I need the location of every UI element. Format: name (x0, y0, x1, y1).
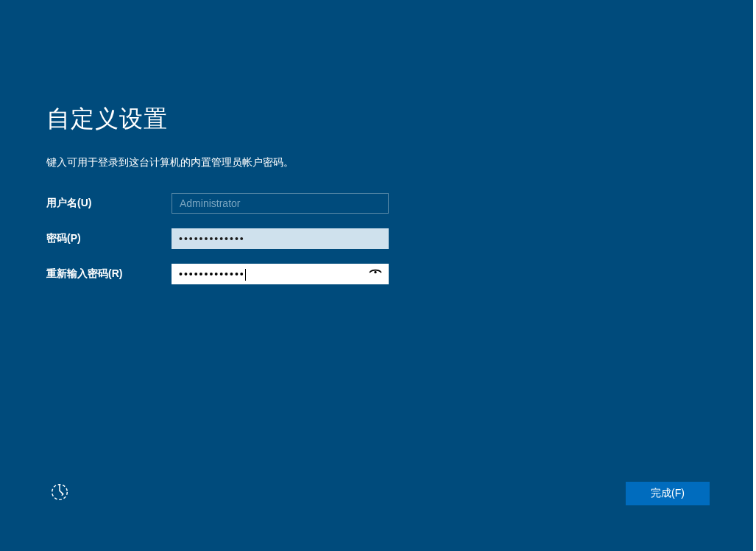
password-row: 密码(P) ••••••••••••• (46, 228, 756, 249)
reveal-password-button[interactable] (368, 267, 383, 281)
ease-of-access-button[interactable] (46, 480, 73, 507)
password-input-wrap: ••••••••••••• (172, 228, 389, 249)
ease-of-access-icon (49, 481, 71, 506)
window-right-edge (753, 0, 756, 551)
text-cursor (245, 269, 246, 281)
username-input-wrap: Administrator (172, 193, 389, 214)
username-field: Administrator (172, 193, 389, 214)
page-subtitle: 键入可用于登录到这台计算机的内置管理员帐户密码。 (46, 156, 756, 169)
confirm-password-input-wrap: ••••••••••••• (172, 264, 389, 284)
page-title: 自定义设置 (46, 103, 756, 136)
setup-container: 自定义设置 键入可用于登录到这台计算机的内置管理员帐户密码。 用户名(U) Ad… (0, 0, 756, 284)
confirm-password-mask: ••••••••••••• (179, 268, 245, 280)
username-row: 用户名(U) Administrator (46, 193, 756, 214)
footer: 完成(F) (0, 480, 756, 507)
password-field[interactable]: ••••••••••••• (172, 228, 389, 249)
password-mask: ••••••••••••• (179, 233, 245, 245)
password-label: 密码(P) (46, 232, 172, 245)
confirm-password-field[interactable]: ••••••••••••• (172, 264, 389, 284)
eye-icon (369, 267, 382, 282)
finish-button[interactable]: 完成(F) (626, 482, 710, 505)
confirm-password-row: 重新输入密码(R) ••••••••••••• (46, 264, 756, 284)
username-label: 用户名(U) (46, 197, 172, 210)
confirm-password-label: 重新输入密码(R) (46, 267, 172, 281)
svg-point-0 (374, 270, 376, 273)
